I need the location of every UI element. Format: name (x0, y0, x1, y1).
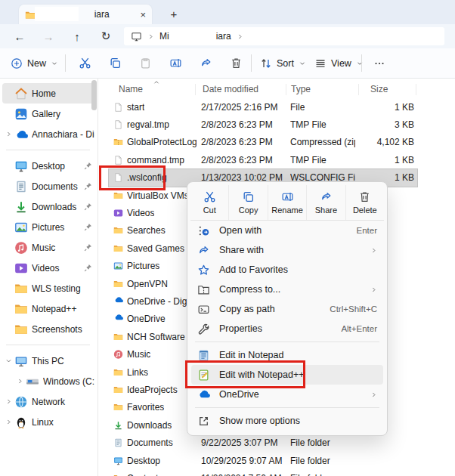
chevron-right-icon[interactable] (3, 398, 14, 405)
breadcrumb[interactable]: Mi iara (124, 27, 444, 45)
chevron-right-icon[interactable] (3, 419, 14, 425)
file-name: GlobalProtectLogs (127, 137, 197, 147)
menu-item-copy-as-path[interactable]: Copy as pathCtrl+Shift+C (191, 299, 383, 319)
desktop-icon (14, 160, 28, 172)
column-divider[interactable] (195, 84, 196, 95)
menu-item-add-to-favorites[interactable]: Add to Favorites (191, 260, 383, 280)
file-row-documents[interactable]: Documents9/22/2025 3:07 PMFile folder (98, 434, 455, 451)
file-row-regval-tmp[interactable]: regval.tmp2/8/2023 6:23 PMTMP File3 KB (98, 116, 455, 133)
toolbar-divider (65, 54, 66, 72)
file-size: 3 KB (355, 119, 414, 130)
column-header-type[interactable]: Type (291, 84, 311, 94)
folder-icon (113, 190, 123, 200)
sidebar-item-downloads[interactable]: Downloads (2, 196, 95, 217)
new-tab-button[interactable]: + (165, 4, 183, 24)
menu-item-properties[interactable]: PropertiesAlt+Enter (191, 319, 383, 338)
sidebar-item-network[interactable]: Network (2, 391, 95, 412)
menu-item-onedrive[interactable]: OneDrive (191, 385, 383, 404)
file-row-command-tmp[interactable]: command.tmp2/8/2023 6:23 PMTMP File1 KB (98, 151, 455, 168)
rename-button[interactable] (163, 51, 187, 75)
folder-icon (113, 226, 123, 236)
sidebar-item-windows-c[interactable]: Windows (C:) (14, 371, 95, 391)
sidebar-item-gallery[interactable]: Gallery (2, 104, 95, 124)
new-button[interactable]: New (11, 48, 58, 78)
openwith-icon (197, 224, 210, 236)
sidebar-item-videos[interactable]: Videos (2, 258, 95, 278)
column-divider[interactable] (416, 84, 416, 95)
sidebar-item-screenshots[interactable]: Screenshots (2, 319, 95, 339)
breadcrumb-segment[interactable]: Mi (159, 31, 169, 42)
sidebar-item-home[interactable]: Home (2, 83, 95, 104)
documents-icon (113, 438, 123, 448)
sidebar-item-label: Music (32, 243, 83, 253)
sidebar-item-annachiara-digi-i[interactable]: Annachiara - Digi I (2, 124, 95, 144)
more-options-button[interactable] (367, 51, 392, 75)
quick-action-share[interactable]: Share (306, 185, 345, 220)
file-name: Links (127, 367, 148, 378)
file-row-contacts[interactable]: Contacts11/20/2024 7:50 AMFile folder (98, 469, 455, 476)
menu-item-compress-to[interactable]: Compress to... (191, 280, 383, 299)
file-row-globalprotectlogs[interactable]: GlobalProtectLogs2/8/2023 6:23 PMCompres… (98, 134, 455, 151)
sort-button[interactable]: Sort (260, 48, 306, 78)
sidebar-item-this-pc[interactable]: This PC (2, 351, 95, 371)
cut-button[interactable] (73, 51, 97, 75)
sidebar-item-notepad[interactable]: Notepad++ (2, 298, 95, 319)
delete-button[interactable] (224, 51, 248, 75)
column-divider[interactable] (358, 84, 359, 95)
share-icon (320, 190, 333, 203)
file-name: Documents (127, 437, 173, 448)
share-button[interactable] (193, 51, 218, 75)
chevron-right-icon[interactable] (3, 131, 14, 138)
file-name: Desktop (127, 456, 160, 466)
folder-icon (14, 283, 28, 295)
sidebar-scrollbar[interactable] (91, 80, 97, 110)
forward-button[interactable]: → (39, 24, 57, 48)
quick-action-copy[interactable]: Copy (228, 185, 267, 220)
column-header-name[interactable]: Name (119, 84, 143, 94)
sidebar-item-pictures[interactable]: Pictures (2, 217, 95, 237)
menu-item-open-with[interactable]: Open withEnter (191, 221, 383, 240)
pin-icon (83, 243, 93, 252)
sidebar-item-desktop[interactable]: Desktop (2, 156, 95, 176)
file-row-start[interactable]: start2/17/2025 2:16 PMFile1 KB (98, 98, 455, 116)
back-button[interactable]: ← (11, 24, 29, 48)
folder-icon (113, 279, 123, 289)
file-name: Saved Games (127, 243, 184, 254)
this-pc-icon (131, 31, 142, 42)
sidebar-item-wls-testing[interactable]: WLS testing (2, 278, 95, 298)
menu-item-show-more-options[interactable]: Show more options (191, 411, 383, 431)
refresh-button[interactable]: ↻ (97, 24, 115, 48)
folder-icon (113, 473, 123, 476)
plus-circle-icon (11, 57, 23, 70)
column-header-size[interactable]: Size (370, 84, 388, 94)
file-row-desktop[interactable]: Desktop10/29/2025 9:07 AMFile folder (98, 452, 455, 469)
menu-item-share-with[interactable]: Share with (191, 240, 383, 260)
compress-icon (197, 283, 210, 295)
copy-button[interactable] (103, 51, 127, 75)
quick-action-rename[interactable]: Rename (268, 185, 306, 220)
view-button[interactable]: View (314, 48, 364, 78)
trash-icon (230, 57, 243, 70)
quick-action-label: Delete (353, 206, 377, 215)
column-header-date-modified[interactable]: Date modified (203, 84, 258, 94)
quick-action-delete[interactable]: Delete (345, 185, 384, 220)
file-name: VirtualBox VMs (127, 190, 189, 201)
sidebar-item-linux[interactable]: Linux (2, 412, 95, 432)
breadcrumb-segment[interactable]: iara (216, 31, 231, 42)
navigation-pane: HomeGalleryAnnachiara - Digi IDesktopDoc… (0, 79, 98, 476)
quick-action-cut[interactable]: Cut (190, 185, 228, 220)
sidebar-item-music[interactable]: Music (2, 237, 95, 258)
column-divider[interactable] (286, 84, 286, 95)
redaction-box (35, 7, 79, 21)
chevron-down-icon[interactable] (3, 357, 14, 364)
sidebar-item-label: Linux (32, 417, 94, 428)
file-size: 1 KB (355, 155, 414, 165)
paste-button[interactable] (133, 51, 157, 75)
tab-close-icon[interactable]: × (140, 9, 146, 20)
sidebar-item-label: Pictures (32, 222, 83, 233)
chevron-right-icon[interactable] (14, 378, 26, 385)
up-button[interactable]: ↑ (68, 24, 86, 48)
menu-item-edit-in-notepad[interactable]: Edit in Notepad (191, 345, 383, 365)
sidebar-item-documents[interactable]: Documents (2, 176, 95, 196)
menu-item-edit-with-notepad[interactable]: Edit with Notepad++ (191, 365, 383, 385)
